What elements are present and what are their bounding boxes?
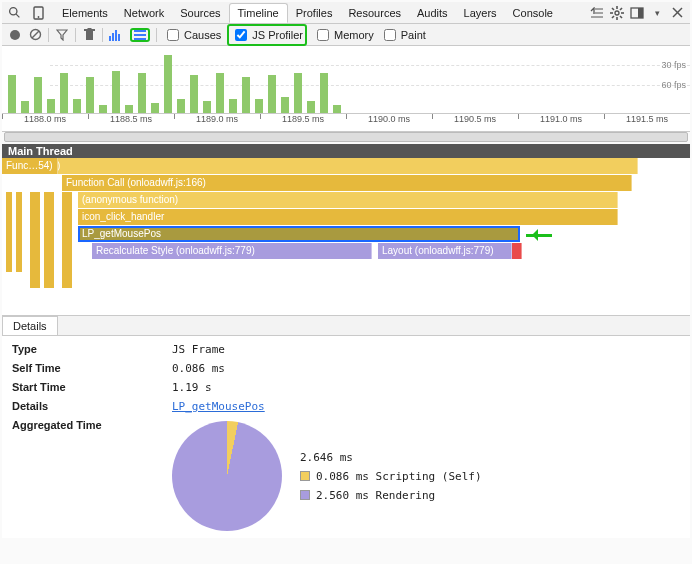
dock-icon[interactable] — [630, 6, 644, 20]
flame-long-task-marker[interactable] — [512, 243, 522, 259]
tab-console[interactable]: Console — [505, 4, 561, 22]
devtools-tabbar: Elements Network Sources Timeline Profil… — [2, 2, 690, 24]
svg-line-14 — [620, 8, 622, 10]
aggregated-time-pie — [172, 421, 282, 531]
flame-event-click[interactable]: Event (click) — [2, 158, 638, 174]
svg-point-3 — [37, 16, 39, 18]
svg-rect-26 — [87, 28, 91, 30]
trash-icon[interactable] — [82, 28, 96, 42]
flame-chart[interactable]: Event (click) Func…54) Function Call (on… — [2, 158, 690, 316]
tab-network[interactable]: Network — [116, 4, 172, 22]
svg-line-12 — [612, 8, 614, 10]
tab-elements[interactable]: Elements — [54, 4, 116, 22]
detail-details-key: Details — [12, 400, 172, 413]
dock-menu-icon[interactable]: ▾ — [650, 6, 664, 20]
svg-marker-23 — [57, 30, 67, 40]
view-bars-icon[interactable] — [109, 29, 120, 41]
paint-label: Paint — [401, 29, 426, 41]
svg-point-20 — [10, 30, 20, 40]
causes-label: Causes — [184, 29, 221, 41]
detail-start-key: Start Time — [12, 381, 172, 394]
flame-anon[interactable]: (anonymous function) — [78, 192, 618, 208]
js-profiler-checkbox[interactable]: JS Profiler — [231, 26, 303, 44]
detail-details-link[interactable]: LP_getMousePos — [172, 400, 265, 413]
tab-resources[interactable]: Resources — [340, 4, 409, 22]
device-icon[interactable] — [30, 5, 46, 21]
tab-profiles[interactable]: Profiles — [288, 4, 341, 22]
detail-type-key: Type — [12, 343, 172, 356]
agg-total: 2.646 ms — [300, 451, 353, 464]
clear-icon[interactable] — [28, 28, 42, 42]
flame-get-mouse-pos[interactable]: LP_getMousePos — [78, 226, 520, 242]
svg-line-1 — [16, 14, 19, 17]
detail-agg-key: Aggregated Time — [12, 419, 172, 531]
tab-audits[interactable]: Audits — [409, 4, 456, 22]
detail-self-val: 0.086 ms — [172, 362, 225, 375]
flame-icon-click[interactable]: icon_click_handler — [78, 209, 618, 225]
fps60-label: 60 fps — [661, 80, 686, 90]
time-ruler[interactable]: 1188.0 ms1188.5 ms1189.0 ms1189.5 ms1190… — [2, 114, 690, 132]
svg-line-13 — [620, 16, 622, 18]
details-tab[interactable]: Details — [2, 316, 58, 335]
details-panel: TypeJS Frame Self Time0.086 ms Start Tim… — [2, 336, 690, 538]
svg-point-7 — [615, 11, 619, 15]
close-icon[interactable] — [670, 6, 684, 20]
main-thread-header: Main Thread — [2, 144, 690, 158]
swatch-scripting — [300, 471, 310, 481]
tab-timeline[interactable]: Timeline — [229, 3, 288, 23]
filter-icon[interactable] — [55, 28, 69, 42]
memory-checkbox[interactable]: Memory — [313, 26, 374, 44]
agg-rendering: 2.560 ms Rendering — [316, 489, 435, 502]
detail-start-val: 1.19 s — [172, 381, 212, 394]
flame-layout[interactable]: Layout (onloadwff.js:779) — [378, 243, 512, 259]
flame-func54[interactable]: Func…54) — [2, 158, 58, 174]
view-flame-icon[interactable] — [130, 28, 150, 42]
highlight-arrow-icon — [526, 229, 562, 241]
flame-function-call[interactable]: Function Call (onloadwff.js:166) — [62, 175, 632, 191]
svg-line-15 — [612, 16, 614, 18]
svg-line-22 — [32, 31, 39, 38]
svg-rect-24 — [86, 31, 93, 40]
search-icon[interactable] — [6, 5, 22, 21]
paint-checkbox[interactable]: Paint — [380, 26, 426, 44]
fps30-label: 30 fps — [661, 60, 686, 70]
memory-label: Memory — [334, 29, 374, 41]
panel-tabs: Elements Network Sources Timeline Profil… — [50, 3, 561, 23]
timeline-toolbar: Causes JS Profiler Memory Paint — [2, 24, 690, 46]
causes-checkbox[interactable]: Causes — [163, 26, 221, 44]
details-tabs: Details — [2, 316, 690, 336]
record-icon[interactable] — [8, 28, 22, 42]
tab-sources[interactable]: Sources — [172, 4, 228, 22]
svg-point-0 — [9, 8, 16, 15]
gear-icon[interactable] — [610, 6, 624, 20]
flame-recalc-style[interactable]: Recalculate Style (onloadwff.js:779) — [92, 243, 372, 259]
overview-scrollbar[interactable] — [4, 132, 688, 142]
tab-layers[interactable]: Layers — [456, 4, 505, 22]
svg-rect-17 — [638, 8, 643, 18]
swatch-rendering — [300, 490, 310, 500]
agg-scripting: 0.086 ms Scripting (Self) — [316, 470, 482, 483]
detail-self-key: Self Time — [12, 362, 172, 375]
drawer-toggle-icon[interactable] — [590, 6, 604, 20]
detail-type-val: JS Frame — [172, 343, 225, 356]
js-profiler-label: JS Profiler — [252, 29, 303, 41]
overview-chart[interactable]: 30 fps 60 fps — [2, 46, 690, 114]
